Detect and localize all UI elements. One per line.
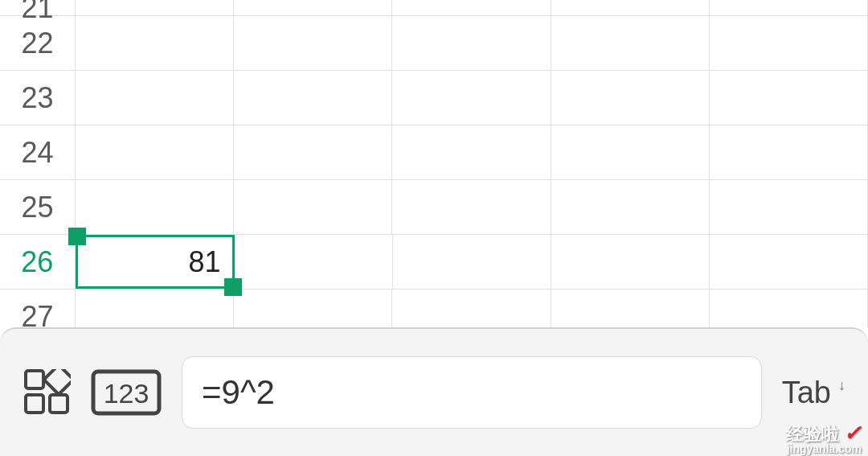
svg-rect-1 xyxy=(26,395,43,413)
cell[interactable] xyxy=(76,180,234,234)
cell[interactable] xyxy=(392,125,551,179)
row-header-active[interactable]: 26 xyxy=(0,235,76,289)
row-header[interactable]: 23 xyxy=(0,71,76,125)
svg-rect-2 xyxy=(50,395,68,413)
cell[interactable] xyxy=(710,125,868,179)
tab-button[interactable]: Tab ↓ xyxy=(782,376,844,410)
cell[interactable] xyxy=(710,16,868,70)
cell[interactable] xyxy=(392,71,551,125)
cell[interactable] xyxy=(551,0,710,15)
spreadsheet-grid[interactable]: 21 22 23 24 25 26 xyxy=(0,0,868,327)
cell[interactable] xyxy=(710,180,868,234)
cell[interactable] xyxy=(234,290,392,327)
cell[interactable] xyxy=(234,180,392,234)
row-21: 21 xyxy=(0,0,868,16)
row-header[interactable]: 22 xyxy=(0,16,76,70)
cell[interactable] xyxy=(392,180,551,234)
row-23: 23 xyxy=(0,71,868,125)
formula-text: =9^2 xyxy=(202,373,275,412)
cell[interactable] xyxy=(392,0,551,15)
tab-arrow-icon: ↓ xyxy=(838,377,845,394)
cell[interactable] xyxy=(551,16,710,70)
selection-handle-bottom-right[interactable] xyxy=(224,278,242,296)
cell[interactable] xyxy=(710,235,868,289)
cell[interactable] xyxy=(392,16,551,70)
row-22: 22 xyxy=(0,16,868,71)
row-27: 27 xyxy=(0,290,868,327)
svg-text:123: 123 xyxy=(104,378,149,409)
cell[interactable] xyxy=(710,0,868,15)
cell[interactable] xyxy=(551,290,710,327)
formula-bar: 123 =9^2 Tab ↓ xyxy=(0,327,868,456)
cell[interactable] xyxy=(234,125,392,179)
svg-rect-3 xyxy=(44,369,71,394)
formula-input[interactable]: =9^2 xyxy=(182,356,762,429)
cell[interactable] xyxy=(76,0,234,15)
cell[interactable] xyxy=(551,180,710,234)
cell[interactable] xyxy=(76,290,234,327)
row-25: 25 xyxy=(0,180,868,235)
cell[interactable] xyxy=(234,16,392,70)
row-header[interactable]: 24 xyxy=(0,125,76,179)
cell[interactable] xyxy=(234,0,392,15)
cell[interactable] xyxy=(235,235,393,289)
cell[interactable] xyxy=(551,125,710,179)
cell[interactable] xyxy=(392,290,551,327)
row-24: 24 xyxy=(0,125,868,180)
apps-menu-icon[interactable] xyxy=(24,369,71,416)
cell[interactable] xyxy=(234,71,392,125)
cell[interactable] xyxy=(710,290,868,327)
row-header[interactable]: 27 xyxy=(0,290,76,327)
row-26: 26 81 xyxy=(0,235,868,290)
number-format-icon[interactable]: 123 xyxy=(91,369,162,416)
cell-value: 81 xyxy=(189,245,221,279)
row-header[interactable]: 21 xyxy=(0,0,76,15)
cell[interactable] xyxy=(710,71,868,125)
selected-cell[interactable]: 81 xyxy=(76,235,235,289)
cell[interactable] xyxy=(76,125,234,179)
cell[interactable] xyxy=(76,16,234,70)
cell[interactable] xyxy=(551,71,710,125)
cell[interactable] xyxy=(76,71,234,125)
cell[interactable] xyxy=(551,235,710,289)
selection-handle-top-left[interactable] xyxy=(68,228,86,245)
row-header[interactable]: 25 xyxy=(0,180,76,234)
cell[interactable] xyxy=(393,235,551,289)
svg-rect-0 xyxy=(26,371,43,388)
watermark: 经验啦 ✓ jingyanla.com xyxy=(786,422,862,454)
tab-label: Tab xyxy=(782,376,831,409)
